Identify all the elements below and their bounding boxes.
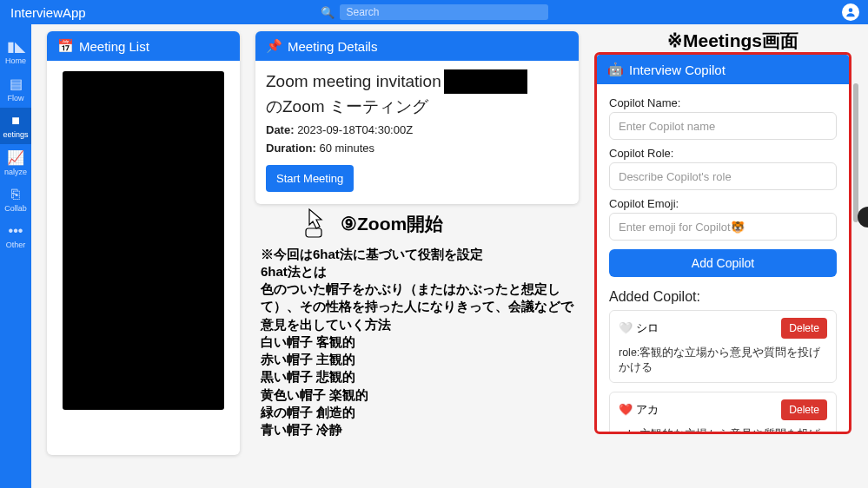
meeting-details-header: 📌 Meeting Details <box>255 31 579 61</box>
svg-rect-1 <box>306 228 321 237</box>
copilot-item-role: role:客観的な立場から意見や質問を投げかける <box>619 346 827 375</box>
scrollbar-thumb[interactable] <box>853 83 858 222</box>
meeting-details-title: Meeting Details <box>288 39 377 54</box>
copilot-item: ❤️ アカ Delete role:主観的な立場から意見や質問を投げかける <box>609 392 837 434</box>
side-handle[interactable] <box>858 207 868 228</box>
sidebar-item-flow[interactable]: ▤Flow <box>0 70 31 108</box>
copilot-header: 🤖 Interview Copilot <box>597 55 849 84</box>
sidebar: ▮◣Home ▤Flow ■eetings 📈nalyze ⎘Collab ••… <box>0 24 31 488</box>
meeting-date: Date: 2023-09-18T04:30:00Z <box>266 123 568 136</box>
redacted-block <box>444 69 527 94</box>
sidebar-item-meetings[interactable]: ■eetings <box>0 108 31 144</box>
meeting-name: Zoom meeting invitation のZoom ミーティング <box>266 69 568 118</box>
meeting-duration: Duration: 60 minutes <box>266 142 568 155</box>
pin-icon: 📌 <box>266 38 282 54</box>
app-brand: InterviewApp <box>10 5 86 20</box>
meeting-details-card: 📌 Meeting Details Zoom meeting invitatio… <box>255 31 579 204</box>
sidebar-item-analyze[interactable]: 📈nalyze <box>0 144 31 181</box>
top-bar: InterviewApp 🔍 <box>0 0 868 24</box>
delete-copilot-button[interactable]: Delete <box>781 318 827 339</box>
interview-copilot-card: 🤖 Interview Copilot Copilot Name: Copilo… <box>594 52 851 434</box>
copilot-name-label: Copilot Name: <box>609 96 837 109</box>
copilot-name-input[interactable] <box>609 112 837 140</box>
flag-icon: ▮◣ <box>7 38 25 55</box>
dots-icon: ••• <box>9 223 23 239</box>
start-meeting-button[interactable]: Start Meeting <box>266 165 354 192</box>
delete-copilot-button[interactable]: Delete <box>781 399 827 420</box>
search-icon: 🔍 <box>321 6 335 19</box>
collab-icon: ⎘ <box>11 187 20 202</box>
meeting-list-header: 📅 Meeting List <box>47 31 240 61</box>
copilot-item: 🤍 シロ Delete role:客観的な立場から意見や質問を投げかける <box>609 310 837 383</box>
copilot-title: Interview Copilot <box>629 63 726 77</box>
copilot-item-role: role:主観的な立場から意見や質問を投げかける <box>619 427 827 434</box>
copilot-emoji-input[interactable] <box>609 213 837 241</box>
chart-icon: 📈 <box>7 149 24 166</box>
copilot-role-label: Copilot Role: <box>609 147 837 160</box>
copilot-emoji-label: Copilot Emoji: <box>609 197 837 210</box>
robot-icon: 🤖 <box>607 62 624 77</box>
added-copilot-title: Added Copilot: <box>609 289 837 305</box>
annotation-zoom-start: ⑨Zoom開始 <box>299 208 579 241</box>
meeting-list-title: Meeting List <box>79 39 149 54</box>
video-icon: ■ <box>11 113 20 129</box>
search-input[interactable] <box>340 4 548 20</box>
sidebar-item-home[interactable]: ▮◣Home <box>0 33 31 70</box>
hat-method-block: ※今回は6hat法に基づいて役割を設定 6hat法とは 色のついた帽子をかぶり（… <box>255 246 579 439</box>
user-avatar[interactable] <box>842 3 859 21</box>
search-container: 🔍 <box>321 4 548 20</box>
sidebar-item-collab[interactable]: ⎘Collab <box>0 181 31 218</box>
cursor-icon <box>299 208 328 241</box>
add-copilot-button[interactable]: Add Copilot <box>609 249 837 277</box>
copilot-item-name: ❤️ アカ <box>619 402 659 418</box>
calendar-icon: 📅 <box>57 38 74 54</box>
svg-point-0 <box>849 8 853 12</box>
copilot-role-input[interactable] <box>609 162 837 190</box>
grid-icon: ▤ <box>10 76 23 92</box>
sidebar-item-other[interactable]: •••Other <box>0 218 31 254</box>
copilot-item-name: 🤍 シロ <box>619 320 659 336</box>
meeting-list-content[interactable] <box>63 71 224 410</box>
meeting-list-card: 📅 Meeting List <box>47 31 240 455</box>
